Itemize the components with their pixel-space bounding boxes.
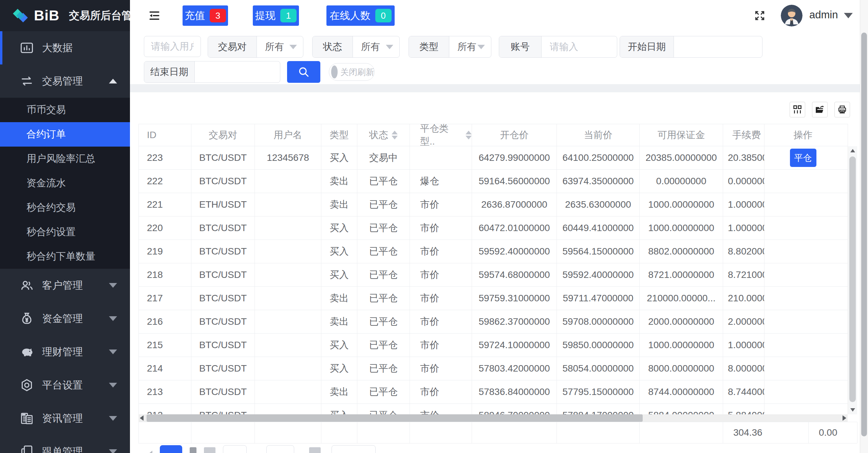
- user-menu-caret-icon[interactable]: [844, 13, 853, 18]
- close-position-button[interactable]: 平仓: [790, 149, 816, 167]
- user-id-input[interactable]: [144, 36, 201, 57]
- table-row: 218BTC/USDT买入已平仓市价59574.6800000059592.40…: [139, 263, 848, 287]
- sidebar-item-second-contract-amount[interactable]: 秒合约下单数量: [0, 244, 130, 269]
- cell-margin: 20385.00000000: [640, 146, 723, 169]
- sidebar-item-risk-summary[interactable]: 用户风险率汇总: [0, 147, 130, 171]
- cell-close_type: 市价: [410, 334, 472, 357]
- columns-button[interactable]: [790, 102, 805, 117]
- horizontal-scrollbar[interactable]: [138, 414, 848, 422]
- summary-cell: 0.00: [809, 422, 857, 443]
- page-scroll-thumb[interactable]: [861, 33, 867, 436]
- cell-current_price: 58054.00000000: [557, 357, 640, 380]
- sidebar-item-fund-flow[interactable]: 资金流水: [0, 171, 130, 195]
- sidebar-item-news-mgmt[interactable]: 资讯管理: [0, 402, 130, 435]
- type-select[interactable]: 类型 所有: [409, 36, 491, 58]
- sidebar-item-second-contract-trade[interactable]: 秒合约交易: [0, 195, 130, 220]
- page-size-select[interactable]: [266, 445, 294, 453]
- scroll-right-icon[interactable]: [843, 415, 846, 421]
- sidebar-item-bigdata[interactable]: 大数据: [0, 31, 130, 64]
- summary-cell: [357, 422, 410, 443]
- vertical-scroll-thumb[interactable]: [849, 156, 856, 402]
- sidebar-item-spot-trade[interactable]: 币币交易: [0, 98, 130, 122]
- column-header: 开仓价: [472, 124, 557, 146]
- withdraw-button[interactable]: 提现 1: [253, 5, 299, 26]
- cell-current_price: 59711.47000000: [557, 287, 640, 310]
- pair-select[interactable]: 交易对 所有: [208, 36, 303, 58]
- page-scrollbar[interactable]: [860, 0, 868, 453]
- users-icon: [19, 278, 35, 293]
- cell-id: 216: [139, 310, 191, 333]
- username[interactable]: admin: [809, 9, 838, 21]
- online-users-button[interactable]: 在线人数 0: [326, 5, 395, 26]
- sort-carets-icon[interactable]: [466, 131, 472, 139]
- cell-close_type: 市价: [410, 404, 472, 414]
- fullscreen-icon[interactable]: [753, 9, 767, 22]
- sidebar-item-label: 资金管理: [42, 312, 83, 326]
- cell-close_type: [410, 146, 472, 169]
- scroll-left-icon[interactable]: [140, 415, 144, 421]
- start-date-value: [674, 36, 762, 57]
- cell-type: 卖出: [321, 170, 357, 193]
- sidebar-item-label: 客户管理: [42, 279, 83, 292]
- sidebar-item-wealth-mgmt[interactable]: 理财管理: [0, 335, 130, 369]
- page-jump-input[interactable]: [332, 445, 376, 453]
- sidebar-item-trade-mgmt[interactable]: 交易管理: [0, 64, 130, 98]
- pagination-ellipsis: [204, 447, 215, 453]
- export-button[interactable]: [812, 102, 828, 117]
- summary-cell: [640, 422, 723, 443]
- cell-pair: BTC/USDT: [191, 404, 255, 414]
- summary-cell: [410, 422, 472, 443]
- sidebar-item-copy-trade-mgmt[interactable]: 跟单管理: [0, 435, 130, 453]
- pagination-page[interactable]: [190, 447, 196, 453]
- search-icon: [297, 65, 310, 78]
- horizontal-scroll-thumb[interactable]: [147, 414, 643, 422]
- cell-id: 218: [139, 263, 191, 286]
- sort-carets-icon[interactable]: [392, 131, 398, 139]
- table-row: 221ETH/USDT卖出已平仓市价2636.870000002635.6300…: [139, 193, 848, 216]
- brand-diamond-icon: [12, 7, 29, 24]
- account-field[interactable]: 账号 请输入: [499, 36, 617, 58]
- cell-action: [765, 170, 842, 193]
- cell-pair: BTC/USDT: [191, 216, 255, 240]
- column-header[interactable]: 状态: [357, 124, 410, 146]
- column-header[interactable]: 平仓类型..: [410, 124, 472, 146]
- sidebar-item-second-contract-settings[interactable]: 秒合约设置: [0, 220, 130, 244]
- scroll-up-icon[interactable]: [850, 149, 855, 152]
- cell-close_type: 市价: [410, 380, 472, 403]
- cell-type: 卖出: [321, 310, 357, 333]
- cell-pair: BTC/USDT: [191, 240, 255, 263]
- status-select[interactable]: 状态 所有: [312, 36, 400, 58]
- sidebar-collapse-icon[interactable]: [148, 10, 161, 22]
- recharge-button[interactable]: 充值 3: [183, 5, 228, 26]
- sidebar-item-label: 理财管理: [42, 345, 83, 359]
- cell-current_price: 2635.63000000: [557, 193, 640, 216]
- refresh-toggle[interactable]: 关闭刷新: [329, 63, 375, 81]
- pagination-prev-icon[interactable]: [147, 451, 152, 453]
- end-date-field[interactable]: 结束日期: [144, 61, 280, 83]
- sidebar-item-platform-settings[interactable]: 平台设置: [0, 369, 130, 402]
- search-button[interactable]: [287, 61, 320, 83]
- chevron-down-icon: [109, 283, 117, 288]
- sidebar-item-contract-orders[interactable]: 合约订单: [0, 122, 130, 147]
- trade-mgmt-submenu: 币币交易 合约订单 用户风险率汇总 资金流水 秒合约交易 秒合约设置 秒合约下单…: [0, 98, 130, 269]
- account-placeholder: 请输入: [542, 36, 617, 57]
- sidebar-item-customer-mgmt[interactable]: 客户管理: [0, 269, 130, 302]
- cell-action: [765, 240, 842, 263]
- user-avatar[interactable]: [781, 5, 803, 26]
- print-button[interactable]: [834, 102, 850, 117]
- scroll-down-icon[interactable]: [850, 408, 855, 412]
- chevron-down-icon: [289, 45, 297, 49]
- start-date-field[interactable]: 开始日期: [620, 36, 762, 58]
- pagination-page-active[interactable]: [160, 445, 182, 453]
- cell-id: 223: [139, 146, 191, 169]
- vertical-scrollbar[interactable]: [848, 146, 857, 414]
- cell-current_price: 59708.00000000: [557, 310, 640, 333]
- summary-cell: [191, 422, 255, 443]
- cell-action: [765, 404, 842, 414]
- sidebar-item-funds-mgmt[interactable]: 资金管理: [0, 302, 130, 335]
- cell-user: [255, 193, 321, 216]
- pagination-page-box[interactable]: [223, 445, 247, 453]
- table-row: 222BTC/USDT卖出已平仓爆仓59164.5600000063974.35…: [139, 170, 848, 193]
- summary-cell: [557, 422, 640, 443]
- table-header-row: ID交易对用户名类型状态平仓类型..开仓价当前价可用保证金手续费: [139, 124, 848, 146]
